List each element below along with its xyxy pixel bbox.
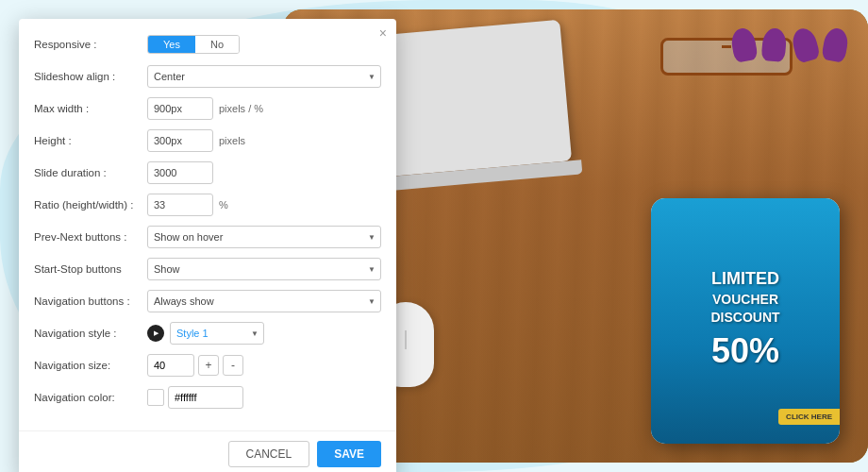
nav-color-swatch[interactable] <box>147 389 164 406</box>
tablet-screen: LIMITED VOUCHER DISCOUNT 50% CLICK HERE <box>651 198 840 444</box>
ratio-label: Ratio (height/width) : <box>34 199 147 211</box>
nav-buttons-label: Navigation buttons : <box>34 295 147 307</box>
save-button[interactable]: SAVE <box>317 441 381 467</box>
height-control: pixels <box>147 129 381 152</box>
nav-style-control-wrap: Style 1 Style 2 Style 3 <box>147 322 381 345</box>
slideshow-align-control: Center Left Right <box>147 65 381 88</box>
tablet-promo-text: LIMITED VOUCHER DISCOUNT 50% <box>710 267 779 376</box>
max-width-input[interactable] <box>147 97 213 120</box>
nav-color-label: Navigation color: <box>34 392 147 403</box>
ratio-row: Ratio (height/width) : % <box>34 193 381 217</box>
nav-buttons-select-wrapper: Always show Never show <box>147 290 381 312</box>
nav-size-input[interactable] <box>147 354 194 377</box>
nav-color-group <box>147 386 243 409</box>
flower-1 <box>729 26 759 63</box>
nav-style-select[interactable]: Style 1 Style 2 Style 3 <box>170 322 264 345</box>
nav-size-stepper: + - <box>147 354 243 377</box>
slide-duration-control <box>147 161 381 184</box>
height-suffix: pixels <box>219 135 245 146</box>
prev-next-row: Prev-Next buttons : Show on hover Always… <box>34 225 381 249</box>
start-stop-select[interactable]: Show Hide <box>147 258 381 280</box>
start-stop-label: Start-Stop buttons <box>34 263 147 275</box>
slideshow-align-select-wrapper: Center Left Right <box>147 65 381 88</box>
responsive-no-button[interactable]: No <box>195 36 239 53</box>
start-stop-control: Show Hide <box>147 258 381 280</box>
slide-duration-label: Slide duration : <box>34 167 147 178</box>
nav-style-play-icon <box>147 325 164 342</box>
ratio-suffix: % <box>219 199 228 211</box>
nav-size-decrement-button[interactable]: - <box>223 355 243 376</box>
prev-next-control: Show on hover Always show Never show <box>147 226 381 248</box>
start-stop-row: Start-Stop buttons Show Hide <box>34 257 381 281</box>
settings-dialog: × Responsive : Yes No Slideshow align : … <box>19 19 396 472</box>
dialog-body: × Responsive : Yes No Slideshow align : … <box>19 19 396 430</box>
nav-buttons-select[interactable]: Always show Never show <box>147 290 381 312</box>
height-input[interactable] <box>147 129 213 152</box>
slide-duration-row: Slide duration : <box>34 160 381 185</box>
nav-style-select-wrapper: Style 1 Style 2 Style 3 <box>170 322 264 345</box>
ratio-control: % <box>147 194 381 216</box>
flower-2 <box>761 27 788 62</box>
tablet-cta: CLICK HERE <box>778 409 840 425</box>
responsive-yes-button[interactable]: Yes <box>148 36 195 53</box>
dialog-footer: CANCEL SAVE <box>19 430 396 472</box>
nav-buttons-row: Navigation buttons : Always show Never s… <box>34 289 381 313</box>
responsive-row: Responsive : Yes No <box>34 32 381 57</box>
responsive-control: Yes No <box>147 35 381 54</box>
nav-size-control: + - <box>147 354 381 377</box>
start-stop-select-wrapper: Show Hide <box>147 258 381 280</box>
slideshow-align-row: Slideshow align : Center Left Right <box>34 64 381 89</box>
slideshow-align-select[interactable]: Center Left Right <box>147 65 381 88</box>
nav-style-label: Navigation style : <box>34 328 147 339</box>
max-width-row: Max width : pixels / % <box>34 96 381 121</box>
flowers-image <box>730 28 849 64</box>
nav-buttons-control: Always show Never show <box>147 290 381 312</box>
height-row: Height : pixels <box>34 128 381 153</box>
flower-4 <box>821 26 850 63</box>
height-label: Height : <box>34 135 147 146</box>
ratio-input[interactable] <box>147 194 213 216</box>
nav-color-control <box>147 386 381 409</box>
nav-style-control: Style 1 Style 2 Style 3 <box>147 322 264 345</box>
close-button[interactable]: × <box>379 26 387 40</box>
nav-color-input[interactable] <box>168 386 243 409</box>
slide-duration-input[interactable] <box>147 161 213 184</box>
slideshow-align-label: Slideshow align : <box>34 71 147 82</box>
nav-style-row: Navigation style : Style 1 Style 2 Style… <box>34 321 381 346</box>
nav-color-row: Navigation color: <box>34 385 381 410</box>
nav-size-increment-button[interactable]: + <box>198 355 219 376</box>
nav-size-row: Navigation size: + - <box>34 353 381 378</box>
prev-next-select-wrapper: Show on hover Always show Never show <box>147 226 381 248</box>
flower-3 <box>790 25 821 63</box>
nav-size-label: Navigation size: <box>34 360 147 371</box>
max-width-suffix: pixels / % <box>219 103 263 114</box>
max-width-control: pixels / % <box>147 97 381 120</box>
prev-next-label: Prev-Next buttons : <box>34 231 147 243</box>
responsive-toggle-group: Yes No <box>147 35 240 54</box>
responsive-label: Responsive : <box>34 39 147 50</box>
max-width-label: Max width : <box>34 103 147 114</box>
prev-next-select[interactable]: Show on hover Always show Never show <box>147 226 381 248</box>
cancel-button[interactable]: CANCEL <box>228 441 310 467</box>
tablet-image: LIMITED VOUCHER DISCOUNT 50% CLICK HERE <box>651 198 840 444</box>
